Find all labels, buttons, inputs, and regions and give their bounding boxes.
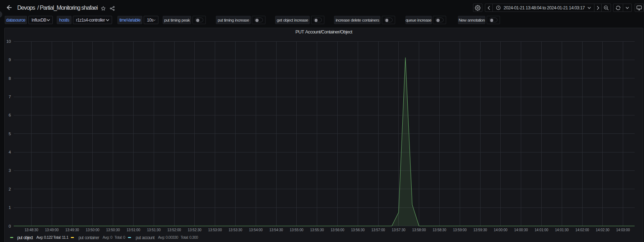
svg-text:5: 5: [9, 132, 11, 136]
svg-text:13:50:30: 13:50:30: [106, 228, 120, 232]
svg-text:13:53:00: 13:53:00: [208, 228, 222, 232]
svg-text:7: 7: [9, 95, 11, 99]
svg-text:4: 4: [9, 150, 11, 154]
svg-text:13:51:30: 13:51:30: [147, 228, 161, 232]
svg-text:14:00:30: 14:00:30: [514, 228, 528, 232]
svg-text:13:58:30: 13:58:30: [432, 228, 446, 232]
svg-text:13:57:00: 13:57:00: [371, 228, 385, 232]
svg-text:8: 8: [9, 76, 11, 81]
svg-text:13:58:00: 13:58:00: [412, 228, 426, 232]
svg-text:13:48:30: 13:48:30: [24, 228, 38, 232]
svg-text:13:49:30: 13:49:30: [65, 228, 79, 232]
svg-text:10: 10: [6, 39, 11, 44]
svg-text:13:52:00: 13:52:00: [167, 228, 181, 232]
svg-text:13:55:30: 13:55:30: [310, 228, 324, 232]
svg-text:1: 1: [9, 205, 11, 210]
svg-text:14:03:00: 14:03:00: [616, 228, 630, 232]
svg-text:13:50:00: 13:50:00: [86, 228, 99, 232]
svg-text:14:01:30: 14:01:30: [555, 228, 569, 232]
svg-text:13:54:30: 13:54:30: [269, 228, 283, 232]
svg-text:13:56:00: 13:56:00: [330, 228, 344, 232]
svg-text:3: 3: [9, 168, 11, 173]
svg-text:14:02:00: 14:02:00: [575, 228, 589, 232]
svg-text:13:51:00: 13:51:00: [126, 228, 140, 232]
svg-text:13:55:00: 13:55:00: [290, 228, 304, 232]
svg-text:13:54:00: 13:54:00: [249, 228, 263, 232]
svg-text:13:52:30: 13:52:30: [188, 228, 201, 232]
svg-text:6: 6: [9, 113, 11, 117]
svg-text:13:56:30: 13:56:30: [351, 228, 365, 232]
svg-text:13:57:30: 13:57:30: [392, 228, 406, 232]
svg-text:14:00:00: 14:00:00: [494, 228, 508, 232]
svg-text:13:53:30: 13:53:30: [228, 228, 242, 232]
svg-text:13:59:00: 13:59:00: [453, 228, 467, 232]
svg-text:9: 9: [9, 58, 11, 62]
svg-text:14:01:00: 14:01:00: [534, 228, 548, 232]
svg-text:14:02:30: 14:02:30: [596, 228, 610, 232]
svg-text:13:49:00: 13:49:00: [45, 228, 59, 232]
svg-text:2: 2: [9, 187, 11, 191]
svg-text:0: 0: [9, 224, 11, 228]
svg-text:13:59:30: 13:59:30: [473, 228, 487, 232]
